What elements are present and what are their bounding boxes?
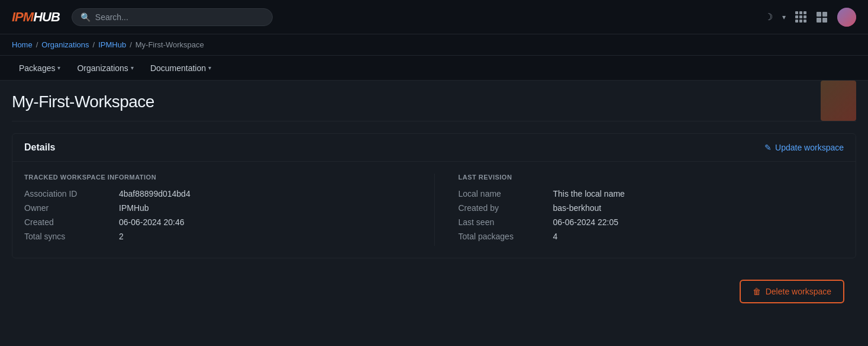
logo: IPM HUB <box>12 9 60 25</box>
info-row-last-seen: Last seen 06-06-2024 22:05 <box>459 217 844 227</box>
details-title: Details <box>24 142 55 153</box>
nav-organizations[interactable]: Organizations ▾ <box>70 59 140 78</box>
svg-rect-0 <box>817 12 821 17</box>
nav-bar: Packages ▾ Organizations ▾ Documentation… <box>0 56 868 81</box>
right-info-col: LAST REVISION Local name This the local … <box>434 174 844 246</box>
value-owner: IPMHub <box>119 203 149 213</box>
logo-ipm: IPM <box>12 9 33 25</box>
search-input[interactable] <box>95 12 264 22</box>
value-association-id: 4baf88899d014bd4 <box>119 189 191 198</box>
update-workspace-label: Update workspace <box>775 143 844 152</box>
breadcrumb-organizations[interactable]: Organizations <box>41 40 89 49</box>
nav-documentation-arrow: ▾ <box>208 65 211 71</box>
dashboard-icon-group[interactable] <box>816 11 828 23</box>
value-total-syncs: 2 <box>119 232 124 241</box>
header: IPM HUB 🔍 ☽ ▾ <box>0 0 868 34</box>
delete-workspace-label: Delete workspace <box>766 287 831 296</box>
value-created-by: bas-berkhout <box>553 203 602 213</box>
svg-rect-2 <box>817 18 821 23</box>
footer-section: 🗑 Delete workspace <box>12 268 856 315</box>
nav-organizations-label: Organizations <box>77 63 128 73</box>
value-last-seen: 06-06-2024 22:05 <box>553 217 619 227</box>
info-row-total-packages: Total packages 4 <box>459 232 844 241</box>
label-created-by: Created by <box>459 203 553 213</box>
label-total-syncs: Total syncs <box>24 232 119 241</box>
label-created: Created <box>24 217 119 227</box>
svg-rect-1 <box>822 12 827 17</box>
nav-packages-arrow: ▾ <box>57 65 60 71</box>
label-total-packages: Total packages <box>459 232 553 241</box>
search-icon: 🔍 <box>80 12 91 22</box>
svg-rect-3 <box>822 18 827 23</box>
nav-documentation-label: Documentation <box>150 63 206 73</box>
dashboard-icon <box>816 11 828 23</box>
waffle-icon[interactable] <box>795 11 806 23</box>
label-owner: Owner <box>24 203 119 213</box>
info-row-total-syncs: Total syncs 2 <box>24 232 411 241</box>
logo-hub: HUB <box>33 9 60 25</box>
chevron-down-icon: ▾ <box>782 13 786 21</box>
breadcrumb-workspace: My-First-Workspace <box>135 40 204 49</box>
breadcrumb-ipmhub[interactable]: IPMHub <box>98 40 126 49</box>
info-grid: TRACKED WORKSPACE INFORMATION Associatio… <box>12 162 856 258</box>
nav-organizations-arrow: ▾ <box>131 65 134 71</box>
page-header-bg-decoration <box>821 81 856 121</box>
value-created: 06-06-2024 20:46 <box>119 217 185 227</box>
info-row-association-id: Association ID 4baf88899d014bd4 <box>24 189 411 198</box>
left-info-col: TRACKED WORKSPACE INFORMATION Associatio… <box>24 174 434 246</box>
label-association-id: Association ID <box>24 189 119 198</box>
value-local-name: This the local name <box>553 189 625 198</box>
breadcrumb-sep-3: / <box>130 40 132 49</box>
breadcrumb-sep-2: / <box>93 40 95 49</box>
main-content: My-First-Workspace Details ✎ Update work… <box>0 81 868 327</box>
last-revision-title: LAST REVISION <box>459 174 844 181</box>
breadcrumb: Home / Organizations / IPMHub / My-First… <box>0 34 868 56</box>
label-local-name: Local name <box>459 189 553 198</box>
breadcrumb-home[interactable]: Home <box>12 40 33 49</box>
info-row-owner: Owner IPMHub <box>24 203 411 213</box>
moon-icon[interactable]: ☽ <box>764 11 773 23</box>
details-section: Details ✎ Update workspace TRACKED WORKS… <box>12 133 856 258</box>
tracked-workspace-title: TRACKED WORKSPACE INFORMATION <box>24 174 411 181</box>
details-header: Details ✎ Update workspace <box>12 134 856 162</box>
page-title: My-First-Workspace <box>12 92 154 111</box>
info-row-created: Created 06-06-2024 20:46 <box>24 217 411 227</box>
value-total-packages: 4 <box>553 232 558 241</box>
page-header: My-First-Workspace <box>12 81 856 121</box>
pencil-icon: ✎ <box>764 143 772 152</box>
search-bar[interactable]: 🔍 <box>72 8 273 26</box>
trash-icon: 🗑 <box>753 287 761 296</box>
update-workspace-button[interactable]: ✎ Update workspace <box>764 143 844 152</box>
nav-packages[interactable]: Packages ▾ <box>12 59 67 78</box>
avatar[interactable] <box>837 8 856 27</box>
breadcrumb-sep-1: / <box>36 40 38 49</box>
info-row-local-name: Local name This the local name <box>459 189 844 198</box>
nav-packages-label: Packages <box>19 63 55 73</box>
avatar-image <box>837 8 856 27</box>
info-row-created-by: Created by bas-berkhout <box>459 203 844 213</box>
nav-documentation[interactable]: Documentation ▾ <box>143 59 218 78</box>
delete-workspace-button[interactable]: 🗑 Delete workspace <box>740 280 844 303</box>
header-actions: ☽ ▾ <box>764 8 856 27</box>
label-last-seen: Last seen <box>459 217 553 227</box>
